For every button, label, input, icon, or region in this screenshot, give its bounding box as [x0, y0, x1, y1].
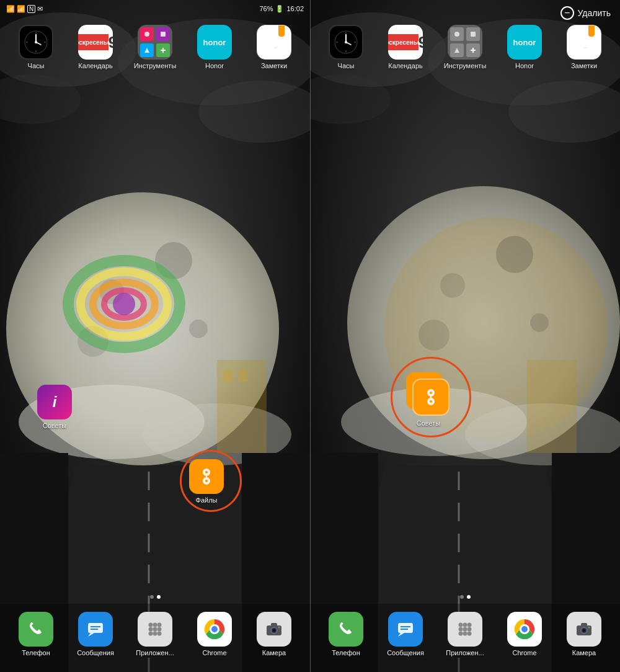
app-tools[interactable]: Инструменты [130, 25, 180, 70]
svg-point-69 [278, 627, 280, 629]
clock-icon-r [329, 25, 363, 60]
tools-icon-r [448, 25, 482, 60]
drag-highlight-circle [180, 450, 242, 512]
delete-icon: − [560, 6, 574, 20]
dock-camera[interactable]: Камера [249, 612, 299, 657]
app-calendar[interactable]: воскресенье 9 Календарь [71, 25, 120, 70]
dragging-app-container: Файлы [189, 459, 224, 504]
dock-messages[interactable]: Сообщения [71, 612, 120, 657]
dot-r-2 [467, 595, 471, 599]
app-honor-r[interactable]: honor Honor [500, 25, 549, 70]
dock-apps[interactable]: Приложен... [130, 612, 180, 657]
phone-icon-r [329, 612, 363, 647]
dock-messages-r[interactable]: Сообщения [381, 612, 430, 657]
app-notes[interactable]: Заметки [249, 25, 299, 70]
battery-icon: 🔋 [275, 5, 284, 13]
phone-label: Телефон [22, 649, 50, 657]
camera-icon [257, 612, 291, 647]
svg-point-133 [583, 629, 585, 632]
honor-icon: honor [197, 25, 232, 60]
apps-label-r: Приложен... [446, 649, 484, 657]
notes-icon [257, 25, 291, 60]
sovet-app[interactable]: i Советы [37, 385, 72, 429]
notification-icon: ✉ [37, 5, 43, 13]
messages-label: Сообщения [77, 649, 114, 657]
svg-point-82 [418, 320, 450, 351]
svg-point-120 [467, 623, 472, 627]
dock-camera-r[interactable]: Камера [559, 612, 609, 657]
svg-point-53 [153, 623, 157, 627]
svg-point-81 [530, 313, 549, 332]
merged-app-container: Советы [406, 372, 451, 427]
honor-label: Honor [205, 62, 224, 70]
svg-point-60 [157, 632, 162, 636]
svg-rect-114 [398, 623, 413, 633]
svg-point-123 [467, 627, 472, 632]
nfc-icon: N [27, 5, 35, 13]
svg-point-55 [149, 627, 153, 632]
messages-icon [78, 612, 113, 647]
notes-label: Заметки [261, 62, 287, 70]
tools-label: Инструменты [134, 62, 177, 70]
dot-indicators [0, 595, 310, 599]
chrome-icon [197, 612, 232, 647]
svg-point-59 [153, 632, 157, 636]
apps-icon [138, 612, 172, 647]
svg-rect-134 [581, 623, 587, 626]
notes-icon-r [567, 25, 601, 60]
svg-point-56 [153, 627, 157, 632]
tools-icon [138, 25, 172, 60]
app-clock-r[interactable]: Часы [321, 25, 371, 70]
apps-label: Приложен... [136, 649, 174, 657]
svg-rect-27 [223, 369, 232, 382]
svg-point-122 [463, 627, 467, 632]
svg-marker-40 [144, 48, 149, 53]
dock-apps-r[interactable]: Приложен... [440, 612, 490, 657]
svg-point-129 [521, 626, 528, 632]
svg-point-119 [463, 623, 467, 627]
svg-marker-101 [454, 48, 459, 53]
dock-phone[interactable]: Телефон [11, 612, 61, 657]
svg-point-135 [588, 627, 590, 629]
dock-phone-r[interactable]: Телефон [321, 612, 371, 657]
svg-point-124 [459, 632, 463, 636]
phone-icon [19, 612, 53, 647]
signal-icon: 📶 [6, 5, 15, 13]
svg-rect-28 [239, 369, 248, 382]
notes-label-r: Заметки [571, 62, 597, 70]
svg-rect-89 [527, 360, 577, 453]
svg-marker-115 [398, 633, 404, 637]
app-clock[interactable]: Часы [11, 25, 61, 70]
app-notes-r[interactable]: Заметки [559, 25, 609, 70]
app-calendar-r[interactable]: воскресенье 9 Календарь [381, 25, 430, 70]
app-honor[interactable]: honor Honor [190, 25, 239, 70]
clock-icon [19, 25, 53, 60]
screen-divider [310, 0, 311, 672]
delete-label: Удалить [578, 8, 611, 18]
dot-r-1 [460, 595, 464, 599]
svg-point-80 [440, 273, 465, 298]
dot-2 [157, 595, 161, 599]
camera-label: Камера [262, 649, 286, 657]
sovet-icon: i [37, 385, 72, 419]
svg-point-94 [345, 41, 347, 43]
svg-marker-49 [88, 633, 94, 637]
dock-chrome-r[interactable]: Chrome [500, 612, 549, 657]
dot-1 [150, 595, 154, 599]
svg-point-38 [144, 32, 149, 37]
svg-point-63 [211, 626, 218, 632]
svg-point-58 [149, 632, 153, 636]
svg-point-67 [273, 629, 275, 632]
honor-icon-r: honor [507, 25, 542, 60]
clock-label: Часы [28, 62, 45, 70]
time-display: 16:02 [286, 5, 304, 12]
svg-rect-68 [271, 623, 277, 626]
top-app-grid-right: Часы воскресенье 9 Календарь [310, 20, 620, 75]
svg-point-14 [113, 293, 135, 315]
dock-chrome[interactable]: Chrome [190, 612, 239, 657]
dot-indicators-r [310, 595, 620, 599]
app-tools-r[interactable]: Инструменты [440, 25, 490, 70]
top-app-grid: Часы воскресенье 9 Календарь [0, 20, 310, 75]
delete-button[interactable]: − Удалить [560, 6, 611, 20]
svg-point-99 [454, 32, 459, 37]
